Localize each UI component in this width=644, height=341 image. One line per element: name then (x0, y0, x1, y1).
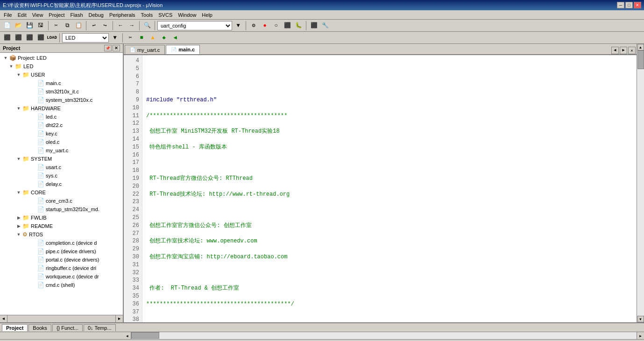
tree-hardware-folder[interactable]: ▼ 📁 HARDWARE (0, 104, 123, 113)
tree-led-c[interactable]: 📄 led.c (0, 113, 123, 121)
tree-system-stm32[interactable]: 📄 system_stm32f10x.c (0, 96, 123, 104)
menu-project[interactable]: Project (46, 11, 67, 19)
build-dropdown[interactable]: ▼ (110, 33, 120, 43)
tree-user-folder[interactable]: ▼ 📁 USER (0, 71, 123, 79)
tree-main-c[interactable]: 📄 main.c (0, 79, 123, 87)
tree-oled-c[interactable]: 📄 oled.c (0, 138, 123, 146)
vscroll-track[interactable] (637, 50, 644, 316)
bottom-tab-functions[interactable]: {} Funct... (52, 324, 83, 331)
fwlib-expander[interactable]: ▶ (15, 214, 22, 221)
menu-tools[interactable]: Tools (138, 11, 156, 19)
back-btn[interactable]: ← (115, 21, 126, 31)
tab-nav-right[interactable]: ► (620, 47, 627, 54)
build-target-combo[interactable]: LED (62, 33, 109, 43)
hscroll-track[interactable] (131, 332, 637, 339)
save-all-btn[interactable]: 🖫 (35, 21, 46, 31)
tree-scroll-left[interactable]: ◄ (0, 315, 7, 322)
tree-pipe-c[interactable]: 📄 pipe.c (device drivers) (0, 247, 123, 256)
forward-btn[interactable]: → (127, 21, 137, 31)
tb2-action3[interactable]: ▲ (148, 33, 158, 43)
copy-btn[interactable]: ⧉ (62, 21, 72, 31)
run-btn[interactable]: ○ (271, 21, 281, 31)
hardware-expander[interactable]: ▼ (15, 105, 22, 112)
root-expander[interactable]: ▼ (2, 54, 9, 62)
save-btn[interactable]: 💾 (24, 21, 35, 31)
menu-svcs[interactable]: SVCS (156, 11, 175, 19)
tree-startup[interactable]: 📄 startup_stm32f10x_md. (0, 205, 123, 213)
tree-core-cm3[interactable]: 📄 core_cm3.c (0, 197, 123, 205)
stop-btn[interactable]: ⬛ (282, 21, 292, 31)
tb2-btn1[interactable]: ⬛ (2, 33, 12, 43)
tb2-action5[interactable]: ◀ (170, 33, 180, 43)
new-file-btn[interactable]: 📄 (2, 21, 12, 31)
tree-usart-c[interactable]: 📄 usart.c (0, 163, 123, 171)
tab-my-uart[interactable]: 📄 my_uart.c (125, 45, 165, 54)
tree-rtos-folder[interactable]: ▼ ⚙ RTOS (0, 230, 123, 239)
tb2-btn4[interactable]: ⬛ (35, 33, 46, 43)
hscroll-thumb[interactable] (131, 332, 159, 339)
build-all-btn[interactable]: ● (260, 21, 270, 31)
tb2-action4[interactable]: ◆ (159, 33, 169, 43)
tree-delay-c[interactable]: 📄 delay.c (0, 180, 123, 188)
code-content[interactable]: #include "rtthread.h" /*****************… (142, 55, 637, 322)
tree-workqueue-c[interactable]: 📄 workqueue.c (device dr (0, 272, 123, 281)
paste-btn[interactable]: 📋 (73, 21, 84, 31)
tree-core-folder[interactable]: ▼ 📁 CORE (0, 188, 123, 197)
wrench-btn[interactable]: 🔧 (320, 21, 330, 31)
options-btn[interactable]: ⬛ (309, 21, 319, 31)
vscroll-thumb[interactable] (637, 50, 644, 69)
tree-readme-folder[interactable]: ▶ 📁 README (0, 222, 123, 230)
menu-flash[interactable]: Flash (68, 11, 86, 19)
menu-view[interactable]: View (29, 11, 46, 19)
minimize-button[interactable]: ─ (617, 2, 624, 8)
code-editor[interactable]: 4 5 6 7 8 9 10 11 12 13 14 15 16 17 18 1… (124, 55, 637, 322)
project-close-btn[interactable]: ✕ (113, 45, 120, 51)
led-expander[interactable]: ▼ (7, 63, 15, 70)
vscroll-up[interactable]: ▲ (637, 44, 644, 50)
menu-help[interactable]: Help (199, 11, 215, 19)
settings-btn[interactable]: ⚙ (248, 21, 259, 31)
readme-expander[interactable]: ▶ (15, 222, 22, 230)
tree-stm32-it[interactable]: 📄 stm32f10x_it.c (0, 87, 123, 96)
system-folder-expander[interactable]: ▼ (15, 155, 22, 163)
project-pin-btn[interactable]: 📌 (104, 45, 112, 51)
tb2-action2[interactable]: ■ (136, 33, 147, 43)
vscroll-down[interactable]: ▼ (637, 316, 644, 322)
debug-btn[interactable]: 🐛 (293, 21, 304, 31)
tree-ringbuffer-c[interactable]: 📄 ringbuffer.c (device dri (0, 264, 123, 272)
tree-cmd-c[interactable]: 📄 cmd.c (shell) (0, 281, 123, 289)
bottom-tab-project[interactable]: Project (2, 324, 28, 331)
dropdown-btn[interactable]: ▼ (233, 21, 243, 31)
tb2-action1[interactable]: ✂ (125, 33, 135, 43)
close-window-button[interactable]: ✕ (634, 2, 641, 8)
cut-btn[interactable]: ✂ (51, 21, 61, 31)
open-btn[interactable]: 📂 (13, 21, 23, 31)
menu-edit[interactable]: Edit (15, 11, 29, 19)
tb2-btn2[interactable]: ⬛ (13, 33, 23, 43)
find-btn[interactable]: 🔍 (142, 21, 152, 31)
redo-btn[interactable]: ↪ (100, 21, 110, 31)
tree-system-folder[interactable]: ▼ 📁 SYSTEM (0, 155, 123, 163)
hscroll-left[interactable]: ◄ (124, 332, 131, 340)
tree-dht22-c[interactable]: 📄 dht22.c (0, 121, 123, 129)
load-btn[interactable]: LOAD (47, 33, 57, 43)
target-combo[interactable]: uart_config (157, 21, 232, 30)
tab-close-btn[interactable]: ✕ (628, 47, 636, 54)
tree-fwlib-folder[interactable]: ▶ 📁 FWLIB (0, 213, 123, 222)
menu-window[interactable]: Window (175, 11, 199, 19)
bottom-tab-templates[interactable]: 0↓ Temp... (84, 324, 116, 331)
tree-completion-c[interactable]: 📄 completion.c (device d (0, 239, 123, 247)
menu-peripherals[interactable]: Peripherals (106, 11, 138, 19)
rtos-expander[interactable]: ▼ (15, 231, 22, 238)
tree-scroll-right[interactable]: ► (115, 315, 123, 322)
tb2-btn3[interactable]: ⬛ (24, 33, 35, 43)
editor-vscroll[interactable]: ▲ ▼ (637, 44, 644, 322)
tree-key-c[interactable]: 📄 key.c (0, 129, 123, 138)
tree-led-folder[interactable]: ▼ 📁 LED (0, 62, 123, 71)
bottom-tab-books[interactable]: Books (28, 324, 51, 331)
core-expander[interactable]: ▼ (15, 189, 22, 196)
tab-nav-left[interactable]: ◄ (611, 47, 619, 54)
tree-root[interactable]: ▼ 📦 Project: LED (0, 54, 123, 62)
tree-sys-c[interactable]: 📄 sys.c (0, 171, 123, 180)
tab-main-c[interactable]: 📄 main.c (166, 45, 200, 54)
